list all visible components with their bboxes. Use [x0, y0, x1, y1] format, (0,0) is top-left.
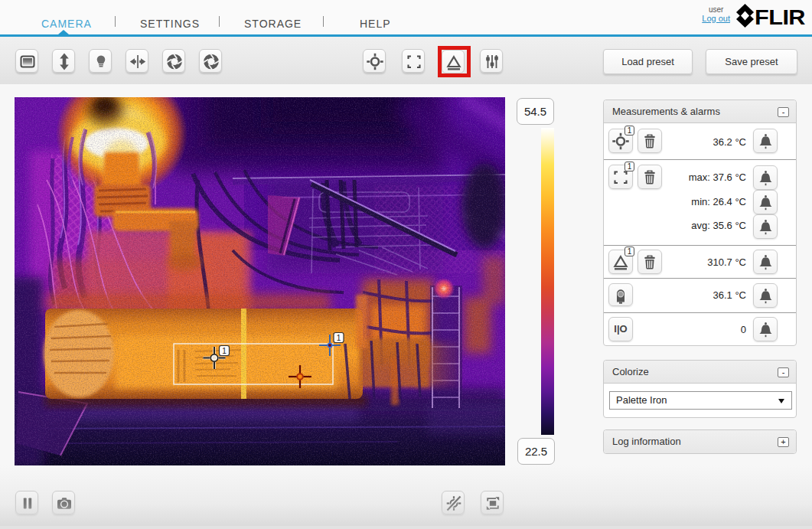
svg-text:1: 1 — [337, 334, 341, 342]
svg-text:FLIR: FLIR — [755, 5, 805, 29]
svg-text:1: 1 — [222, 347, 227, 355]
